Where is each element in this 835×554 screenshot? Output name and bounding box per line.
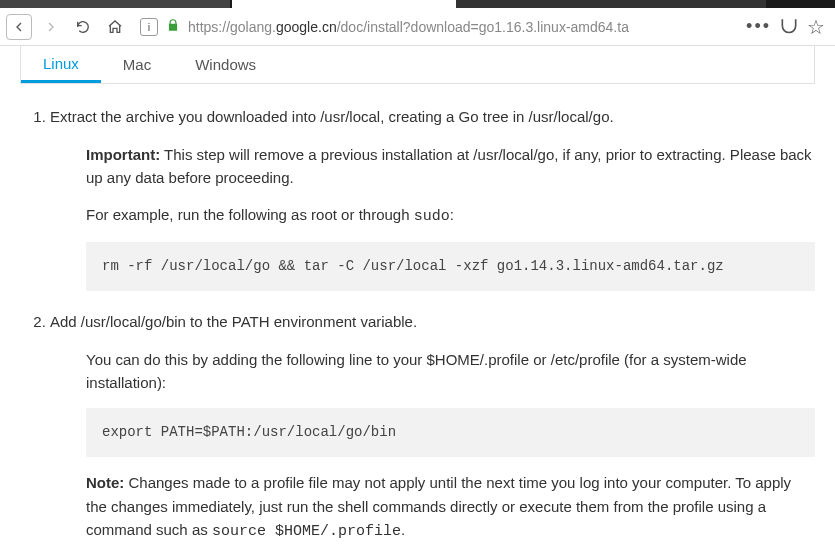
bookmark-star-icon[interactable]: ☆ bbox=[807, 15, 825, 39]
browser-toolbar: i https://golang.google.cn/doc/install?d… bbox=[0, 8, 835, 46]
step-2-command[interactable]: export PATH=$PATH:/usr/local/go/bin bbox=[86, 408, 815, 457]
page-content: Linux Mac Windows Extract the archive yo… bbox=[0, 46, 835, 554]
source-code: source $HOME/.profile bbox=[212, 523, 401, 540]
reload-button[interactable] bbox=[70, 14, 96, 40]
forward-button[interactable] bbox=[38, 14, 64, 40]
step-2-note: Note: Changes made to a profile file may… bbox=[86, 471, 815, 543]
step-1-command[interactable]: rm -rf /usr/local/go && tar -C /usr/loca… bbox=[86, 242, 815, 291]
tab-linux[interactable]: Linux bbox=[21, 46, 101, 83]
install-steps: Extract the archive you downloaded into … bbox=[50, 106, 815, 554]
step-1: Extract the archive you downloaded into … bbox=[50, 106, 815, 291]
note-label: Note: bbox=[86, 474, 124, 491]
step-2-desc: You can do this by adding the following … bbox=[86, 348, 815, 395]
tab-windows[interactable]: Windows bbox=[173, 46, 278, 83]
os-tabs: Linux Mac Windows bbox=[20, 46, 815, 84]
tab-mac[interactable]: Mac bbox=[101, 46, 173, 83]
url-text: https://golang.google.cn/doc/install?dow… bbox=[188, 19, 629, 35]
step-2: Add /usr/local/go/bin to the PATH enviro… bbox=[50, 311, 815, 543]
step-1-lead: Extract the archive you downloaded into … bbox=[50, 108, 614, 125]
site-info-icon[interactable]: i bbox=[140, 18, 158, 36]
lock-icon bbox=[166, 18, 180, 35]
reader-view-icon[interactable] bbox=[779, 15, 799, 38]
tab-strip bbox=[0, 0, 835, 8]
address-bar[interactable]: i https://golang.google.cn/doc/install?d… bbox=[134, 13, 740, 41]
step-2-lead: Add /usr/local/go/bin to the PATH enviro… bbox=[50, 313, 417, 330]
important-label: Important: bbox=[86, 146, 160, 163]
step-1-example: For example, run the following as root o… bbox=[86, 203, 815, 228]
home-button[interactable] bbox=[102, 14, 128, 40]
back-button[interactable] bbox=[6, 14, 32, 40]
step-1-important: Important: This step will remove a previ… bbox=[86, 143, 815, 190]
more-actions-icon[interactable]: ••• bbox=[746, 16, 771, 37]
sudo-code: sudo bbox=[414, 208, 450, 225]
